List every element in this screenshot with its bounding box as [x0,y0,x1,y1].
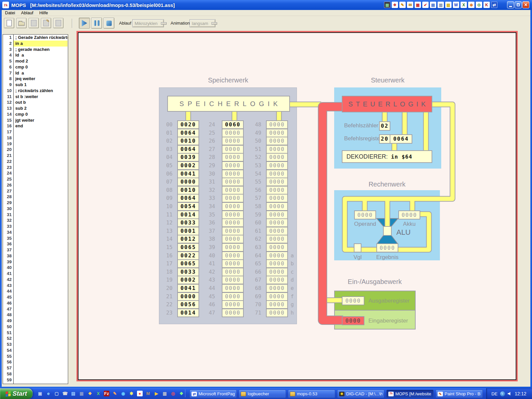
code-line[interactable] [15,335,68,341]
memory-cell[interactable]: 0000 [266,268,288,276]
code-line[interactable] [15,377,68,383]
filezilla-icon[interactable]: Fz [104,391,109,396]
code-line[interactable]: mod 2 [15,58,68,64]
code-line[interactable]: cmp 0 [15,64,68,70]
picture-icon[interactable]: ❖ [392,2,398,8]
memory-cell[interactable]: 0041 [177,170,199,178]
memory-cell[interactable]: 0000 [222,300,244,309]
code-line[interactable] [15,306,68,312]
code-line[interactable] [15,165,68,171]
new-file-button[interactable] [4,18,14,28]
memory-cell[interactable]: 0014 [177,309,199,317]
animation-dropdown[interactable]: langsam [190,19,215,27]
code-line[interactable] [15,141,68,147]
memory-cell[interactable]: 0065 [177,259,199,268]
code-line[interactable] [15,159,68,165]
mail-icon[interactable]: ✉ [407,2,413,8]
memory-cell[interactable]: 0000 [222,309,244,317]
code-line[interactable]: st b :weiter [15,94,68,100]
code-line[interactable] [15,170,68,176]
taskbar-task-1[interactable]: ⇄Microsoft FrontPag... [190,390,237,398]
code-line[interactable]: out b [15,99,68,105]
code-line[interactable]: ; rückwärts zählen [15,88,68,94]
code-line[interactable] [15,300,68,306]
ablauf-dropdown[interactable]: Mikrozyklen [132,19,164,27]
code-line[interactable] [15,277,68,283]
schedule-icon[interactable]: ⊕ [468,2,474,8]
memory-cell[interactable]: 0000 [222,202,244,211]
code-line[interactable] [15,194,68,200]
code-line[interactable] [15,294,68,300]
code-line[interactable] [15,265,68,271]
code-line[interactable] [15,330,68,336]
code-line[interactable] [15,283,68,289]
phone-icon[interactable]: ☎ [62,391,68,396]
draw-icon[interactable]: ✎ [399,2,406,8]
memory-cell[interactable]: 0033 [177,268,199,276]
memory-cell[interactable]: 0000 [266,170,288,178]
taskbar-task-5[interactable]: TkMOPS [M:/website... [386,390,434,398]
maximize-button[interactable] [515,1,522,8]
memory-cell[interactable]: 0000 [222,243,244,252]
memory-cell[interactable]: 0000 [266,120,288,129]
code-line[interactable] [15,188,68,194]
code-line[interactable] [15,206,68,212]
code-line[interactable]: jgt weiter [15,117,68,123]
memory-cell[interactable]: 0000 [222,268,244,276]
memory-cell[interactable]: 0000 [222,161,244,170]
memory-cell[interactable]: 0041 [177,284,199,293]
code-line[interactable]: ld a [15,70,68,76]
taskbar-task-2[interactable]: logbuecher [239,390,286,398]
start-button[interactable]: Start [0,388,33,399]
code-line[interactable] [15,312,68,318]
document-icon[interactable]: ▤ [70,391,76,396]
code-line[interactable]: ld a [15,52,68,58]
record-icon[interactable]: ● [137,391,143,396]
memory-cell[interactable]: 0000 [266,218,288,227]
code-line[interactable] [15,200,68,206]
memory-cell[interactable]: 0000 [222,153,244,162]
memory-cell[interactable]: 0000 [222,194,244,202]
code-line[interactable] [15,217,68,223]
code-line[interactable] [15,359,68,365]
memory-cell[interactable]: 0000 [266,284,288,293]
code-line[interactable]: sub 1 [15,82,68,88]
code-line[interactable] [15,241,68,247]
code-line[interactable]: in a [15,41,68,47]
code-line[interactable] [15,182,68,188]
media-icon[interactable]: ▶ [154,391,159,396]
code-line[interactable] [15,135,68,141]
teamviewer-icon[interactable]: ◉ [120,391,126,396]
code-line[interactable] [15,147,68,153]
code-line[interactable] [15,153,68,159]
paint-icon[interactable]: ✎ [112,391,118,396]
code-line[interactable] [15,347,68,353]
memory-cell[interactable]: 0000 [266,137,288,145]
code-line[interactable] [15,129,68,135]
journal-icon[interactable]: ▥ [438,2,444,8]
memory-cell[interactable]: 0000 [266,210,288,219]
memory-cell[interactable]: 0000 [266,178,288,186]
desktop-icon[interactable]: ⇄ [491,2,497,8]
play-button[interactable] [79,18,90,29]
menu-ablauf[interactable]: Ablauf [18,10,36,15]
code-line[interactable] [15,271,68,277]
code-editor-panel[interactable]: 1; Gerade Zahlen rückwärts2in a3; gerade… [3,34,68,384]
memory-cell[interactable]: 0064 [177,129,199,137]
code-line[interactable] [15,247,68,253]
memory-cell[interactable]: 0000 [222,235,244,243]
memory-cell[interactable]: 0065 [177,243,199,252]
memory-cell[interactable]: 0000 [222,284,244,293]
minimize-button[interactable] [507,1,514,8]
memory-cell[interactable]: 0064 [177,194,199,202]
computer-icon[interactable]: ▢ [54,391,60,396]
menu-datei[interactable]: Datei [2,10,18,15]
clock-icon[interactable]: ⊙ [476,2,482,8]
memory-cell[interactable]: 0000 [266,309,288,317]
save-button[interactable] [29,18,39,28]
excel-icon[interactable]: X [461,2,467,8]
code-line[interactable]: jeq weiter [15,76,68,82]
memory-cell[interactable]: 0000 [222,145,244,154]
memory-cell[interactable]: 0000 [222,292,244,301]
tasks-icon[interactable]: ✔ [422,2,429,8]
